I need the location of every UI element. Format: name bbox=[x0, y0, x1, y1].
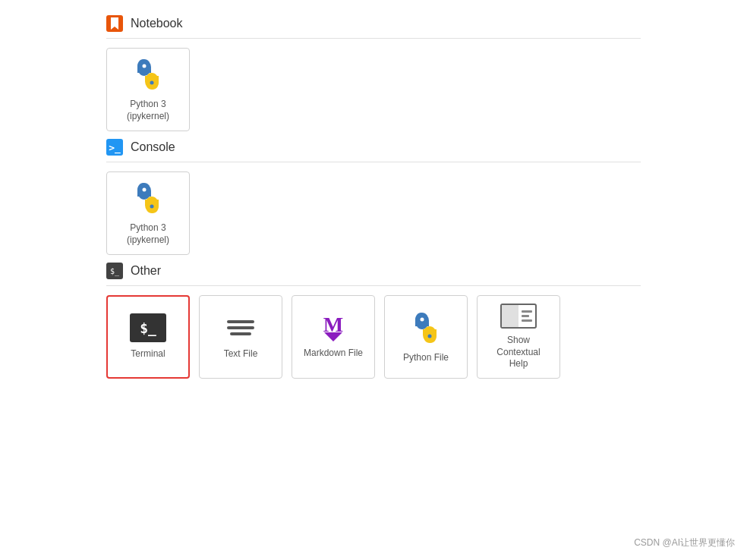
console-icon: >_ bbox=[106, 139, 123, 156]
svg-point-7 bbox=[150, 205, 154, 209]
notebook-header: Notebook bbox=[106, 15, 641, 39]
svg-point-3 bbox=[150, 81, 154, 85]
svg-point-2 bbox=[143, 64, 147, 68]
notebook-section: Notebook Python 3(ipykernel) bbox=[106, 15, 641, 131]
text-file-icon bbox=[224, 313, 257, 342]
main-container: Notebook Python 3(ipykernel) bbox=[0, 0, 747, 560]
other-title: Other bbox=[131, 264, 161, 278]
python-console-icon bbox=[130, 180, 166, 216]
python-icon bbox=[130, 56, 166, 93]
markdown-file-card[interactable]: M Markdown File bbox=[292, 295, 375, 379]
console-cards: Python 3(ipykernel) bbox=[106, 171, 641, 255]
console-header: >_ Console bbox=[106, 139, 641, 162]
other-header: $_ Other bbox=[106, 263, 641, 286]
terminal-icon: $_ bbox=[130, 313, 166, 342]
python3-notebook-card[interactable]: Python 3(ipykernel) bbox=[106, 48, 190, 131]
notebook-cards: Python 3(ipykernel) bbox=[106, 48, 641, 131]
python3-console-label: Python 3(ipykernel) bbox=[127, 222, 169, 246]
python-file-label: Python File bbox=[403, 352, 449, 364]
contextual-label: Show ContextualHelp bbox=[485, 335, 552, 370]
terminal-label: Terminal bbox=[131, 348, 165, 360]
show-contextual-card[interactable]: Show ContextualHelp bbox=[477, 295, 560, 379]
svg-point-10 bbox=[421, 318, 424, 322]
terminal-card[interactable]: $_ Terminal bbox=[106, 295, 190, 379]
python3-notebook-label: Python 3(ipykernel) bbox=[127, 99, 169, 122]
contextual-icon bbox=[500, 304, 537, 329]
markdown-file-label: Markdown File bbox=[304, 348, 363, 360]
notebook-icon bbox=[106, 15, 123, 32]
svg-point-11 bbox=[428, 335, 432, 338]
python3-console-card[interactable]: Python 3(ipykernel) bbox=[106, 171, 190, 255]
console-title: Console bbox=[131, 140, 175, 154]
python-file-icon bbox=[408, 310, 444, 346]
python-file-card[interactable]: Python File bbox=[384, 295, 468, 379]
other-cards: $_ Terminal Text File M Markdown File bbox=[106, 295, 641, 379]
notebook-title: Notebook bbox=[131, 17, 183, 30]
text-file-card[interactable]: Text File bbox=[199, 295, 282, 379]
console-section: >_ Console Python 3(ipykernel) bbox=[106, 139, 641, 255]
markdown-icon: M bbox=[323, 314, 343, 341]
watermark: CSDN @AI让世界更懂你 bbox=[634, 536, 735, 549]
svg-point-6 bbox=[143, 188, 147, 192]
text-file-label: Text File bbox=[224, 348, 258, 360]
other-icon: $_ bbox=[106, 263, 123, 279]
other-section: $_ Other $_ Terminal Text File bbox=[106, 263, 641, 379]
